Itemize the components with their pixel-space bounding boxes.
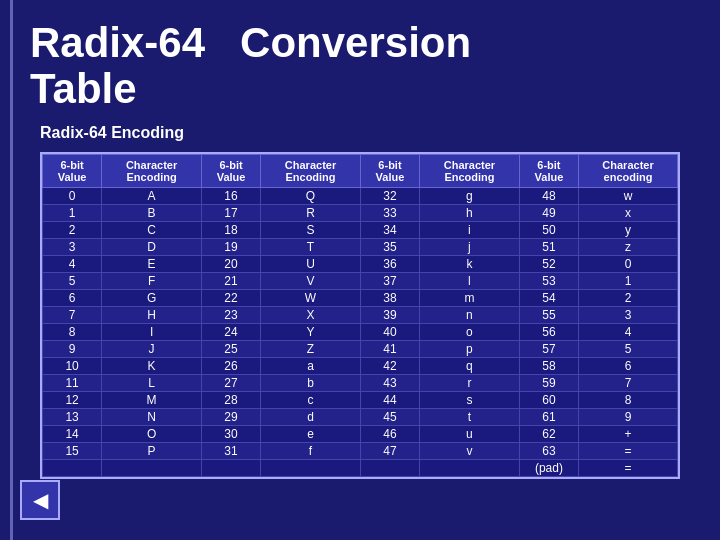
table-cell: V <box>261 273 361 290</box>
table-cell: Q <box>261 188 361 205</box>
title-table: Table <box>30 65 137 112</box>
table-cell: 5 <box>43 273 102 290</box>
table-cell: 53 <box>519 273 578 290</box>
table-cell: D <box>102 239 202 256</box>
table-cell: 56 <box>519 324 578 341</box>
table-cell: 23 <box>201 307 260 324</box>
table-cell: 59 <box>519 375 578 392</box>
col-header-3: 6-bit Value <box>201 155 260 188</box>
table-cell: W <box>261 290 361 307</box>
table-row: 6G22W38m542 <box>43 290 678 307</box>
table-cell: 52 <box>519 256 578 273</box>
table-cell: 30 <box>201 426 260 443</box>
table-cell: P <box>102 443 202 460</box>
table-cell: d <box>261 409 361 426</box>
table-cell: 18 <box>201 222 260 239</box>
table-cell: u <box>420 426 520 443</box>
table-cell: O <box>102 426 202 443</box>
encoding-table: 6-bit Value Character Encoding 6-bit Val… <box>42 154 678 477</box>
table-cell: 28 <box>201 392 260 409</box>
table-cell: r <box>420 375 520 392</box>
table-cell: f <box>261 443 361 460</box>
table-cell: 9 <box>43 341 102 358</box>
slide: Radix-64 Conversion Table Radix-64 Encod… <box>0 0 720 540</box>
table-cell: 40 <box>360 324 419 341</box>
table-cell: 2 <box>43 222 102 239</box>
table-cell: 60 <box>519 392 578 409</box>
table-cell: 41 <box>360 341 419 358</box>
table-row: 1B17R33h49x <box>43 205 678 222</box>
table-cell: 54 <box>519 290 578 307</box>
table-cell: 1 <box>43 205 102 222</box>
title-conversion: Conversion <box>240 19 471 66</box>
table-row: 7H23X39n553 <box>43 307 678 324</box>
table-cell: 42 <box>360 358 419 375</box>
table-cell: 36 <box>360 256 419 273</box>
table-cell: 0 <box>43 188 102 205</box>
table-cell: 63 <box>519 443 578 460</box>
back-button[interactable]: ◀ <box>20 480 60 520</box>
table-cell: 25 <box>201 341 260 358</box>
table-cell: 15 <box>43 443 102 460</box>
table-cell: c <box>261 392 361 409</box>
table-cell: 3 <box>43 239 102 256</box>
col-header-2: Character Encoding <box>102 155 202 188</box>
subtitle: Radix-64 Encoding <box>40 124 690 142</box>
col-header-8: Character encoding <box>579 155 678 188</box>
table-cell: 62 <box>519 426 578 443</box>
table-row: 3D19T35j51z <box>43 239 678 256</box>
table-cell: T <box>261 239 361 256</box>
table-cell: = <box>579 443 678 460</box>
table-row: 8I24Y40o564 <box>43 324 678 341</box>
table-cell: 35 <box>360 239 419 256</box>
table-cell: C <box>102 222 202 239</box>
table-cell: X <box>261 307 361 324</box>
table-cell: p <box>420 341 520 358</box>
table-cell: 6 <box>43 290 102 307</box>
table-cell: 7 <box>579 375 678 392</box>
table-cell: K <box>102 358 202 375</box>
table-cell: 12 <box>43 392 102 409</box>
table-cell: 3 <box>579 307 678 324</box>
table-cell: 34 <box>360 222 419 239</box>
col-header-4: Character Encoding <box>261 155 361 188</box>
table-row: 15P31f47v63= <box>43 443 678 460</box>
table-cell: 33 <box>360 205 419 222</box>
table-cell: A <box>102 188 202 205</box>
table-cell: 4 <box>43 256 102 273</box>
table-cell: 24 <box>201 324 260 341</box>
table-cell: 14 <box>43 426 102 443</box>
table-cell: i <box>420 222 520 239</box>
table-body: 0A16Q32g48w1B17R33h49x2C18S34i50y3D19T35… <box>43 188 678 477</box>
table-cell: L <box>102 375 202 392</box>
table-cell: 8 <box>579 392 678 409</box>
table-row: 2C18S34i50y <box>43 222 678 239</box>
table-cell: 45 <box>360 409 419 426</box>
table-cell: 55 <box>519 307 578 324</box>
table-cell: h <box>420 205 520 222</box>
table-cell: 37 <box>360 273 419 290</box>
table-cell: 61 <box>519 409 578 426</box>
table-cell: 43 <box>360 375 419 392</box>
table-cell: 10 <box>43 358 102 375</box>
table-cell-pad: (pad) <box>519 460 578 477</box>
table-cell: Y <box>261 324 361 341</box>
table-cell: e <box>261 426 361 443</box>
table-cell: U <box>261 256 361 273</box>
slide-title: Radix-64 Conversion Table <box>30 20 690 112</box>
table-cell <box>261 460 361 477</box>
table-cell: 0 <box>579 256 678 273</box>
table-cell: 17 <box>201 205 260 222</box>
col-header-7: 6-bit Value <box>519 155 578 188</box>
table-cell: y <box>579 222 678 239</box>
table-cell: 6 <box>579 358 678 375</box>
table-cell: 26 <box>201 358 260 375</box>
title-radix: Radix-64 <box>30 19 205 66</box>
table-header-row: 6-bit Value Character Encoding 6-bit Val… <box>43 155 678 188</box>
table-cell: 39 <box>360 307 419 324</box>
table-cell: 20 <box>201 256 260 273</box>
col-header-5: 6-bit Value <box>360 155 419 188</box>
table-cell: E <box>102 256 202 273</box>
col-header-1: 6-bit Value <box>43 155 102 188</box>
table-cell <box>43 460 102 477</box>
